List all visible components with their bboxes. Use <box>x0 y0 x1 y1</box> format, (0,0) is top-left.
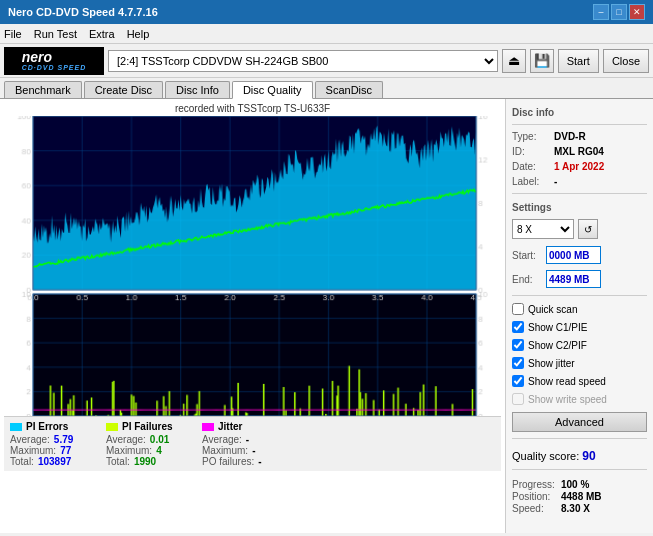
show-read-speed-label: Show read speed <box>528 376 606 387</box>
end-mb-input[interactable] <box>546 270 601 288</box>
jitter-group: Jitter Average: - Maximum: - PO failures… <box>202 421 282 467</box>
progress-section: Progress: 100 % Position: 4488 MB Speed:… <box>512 478 647 515</box>
app-title: Nero CD-DVD Speed 4.7.7.16 <box>8 6 158 18</box>
quality-score-value: 90 <box>582 449 595 463</box>
divider-5 <box>512 469 647 470</box>
show-c2-pif-checkbox[interactable] <box>512 339 524 351</box>
pi-failures-total-row: Total: 1990 <box>106 456 186 467</box>
pi-failures-legend <box>106 423 118 431</box>
jitter-max-row: Maximum: - <box>202 445 282 456</box>
save-button[interactable]: 💾 <box>530 49 554 73</box>
show-read-speed-checkbox[interactable] <box>512 375 524 387</box>
window-controls: – □ ✕ <box>593 4 645 20</box>
disc-id-row: ID: MXL RG04 <box>512 146 647 157</box>
main-content: recorded with TSSTcorp TS-U633F PI Error… <box>0 99 653 533</box>
tab-create-disc[interactable]: Create Disc <box>84 81 163 98</box>
show-write-speed-label: Show write speed <box>528 394 607 405</box>
quality-chart <box>4 116 501 416</box>
tabs-bar: Benchmark Create Disc Disc Info Disc Qua… <box>0 78 653 99</box>
pi-failures-avg-row: Average: 0.01 <box>106 434 186 445</box>
toolbar: nero CD·DVD SPEED [2:4] TSSTcorp CDDVDW … <box>0 44 653 78</box>
jitter-legend <box>202 423 214 431</box>
advanced-button[interactable]: Advanced <box>512 412 647 432</box>
show-jitter-checkbox[interactable] <box>512 357 524 369</box>
disc-info-title: Disc info <box>512 107 647 118</box>
title-bar: Nero CD-DVD Speed 4.7.7.16 – □ ✕ <box>0 0 653 24</box>
menu-help[interactable]: Help <box>127 28 150 40</box>
show-jitter-label: Show jitter <box>528 358 575 369</box>
show-c1-pie-row: Show C1/PIE <box>512 321 647 333</box>
po-failures-row: PO failures: - <box>202 456 282 467</box>
show-c1-pie-checkbox[interactable] <box>512 321 524 333</box>
quick-scan-label: Quick scan <box>528 304 577 315</box>
nero-logo: nero CD·DVD SPEED <box>4 47 104 75</box>
close-window-button[interactable]: ✕ <box>629 4 645 20</box>
pi-errors-total-row: Total: 103897 <box>10 456 90 467</box>
speed-select[interactable]: 8 X <box>512 219 574 239</box>
show-c2-pif-row: Show C2/PIF <box>512 339 647 351</box>
chart-area: recorded with TSSTcorp TS-U633F PI Error… <box>0 99 505 533</box>
eject-button[interactable]: ⏏ <box>502 49 526 73</box>
menu-file[interactable]: File <box>4 28 22 40</box>
show-c2-pif-label: Show C2/PIF <box>528 340 587 351</box>
tab-disc-info[interactable]: Disc Info <box>165 81 230 98</box>
quick-scan-row: Quick scan <box>512 303 647 315</box>
disc-date-row: Date: 1 Apr 2022 <box>512 161 647 172</box>
start-mb-input[interactable] <box>546 246 601 264</box>
quality-score-label: Quality score: <box>512 450 579 462</box>
maximize-button[interactable]: □ <box>611 4 627 20</box>
start-mb-row: Start: <box>512 246 647 264</box>
jitter-header: Jitter <box>202 421 282 432</box>
show-read-speed-row: Show read speed <box>512 375 647 387</box>
quality-score-row: Quality score: 90 <box>512 449 647 463</box>
divider-1 <box>512 124 647 125</box>
stats-bar: PI Errors Average: 5.79 Maximum: 77 Tota… <box>4 416 501 471</box>
tab-benchmark[interactable]: Benchmark <box>4 81 82 98</box>
pi-errors-max-row: Maximum: 77 <box>10 445 90 456</box>
menu-extra[interactable]: Extra <box>89 28 115 40</box>
right-panel: Disc info Type: DVD-R ID: MXL RG04 Date:… <box>505 99 653 533</box>
speed-row: 8 X ↺ <box>512 219 647 239</box>
minimize-button[interactable]: – <box>593 4 609 20</box>
disc-label-row: Label: - <box>512 176 647 187</box>
end-mb-row: End: <box>512 270 647 288</box>
disc-type-row: Type: DVD-R <box>512 131 647 142</box>
show-write-speed-row: Show write speed <box>512 393 647 405</box>
menu-run-test[interactable]: Run Test <box>34 28 77 40</box>
pi-errors-legend <box>10 423 22 431</box>
close-button[interactable]: Close <box>603 49 649 73</box>
show-c1-pie-label: Show C1/PIE <box>528 322 587 333</box>
pi-failures-group: PI Failures Average: 0.01 Maximum: 4 Tot… <box>106 421 186 467</box>
speed-row-display: Speed: 8.30 X <box>512 503 647 514</box>
start-button[interactable]: Start <box>558 49 599 73</box>
progress-row: Progress: 100 % <box>512 479 647 490</box>
refresh-button[interactable]: ↺ <box>578 219 598 239</box>
pi-failures-max-row: Maximum: 4 <box>106 445 186 456</box>
settings-title: Settings <box>512 202 647 213</box>
drive-select[interactable]: [2:4] TSSTcorp CDDVDW SH-224GB SB00 <box>108 50 498 72</box>
tab-scan-disc[interactable]: ScanDisc <box>315 81 383 98</box>
pi-errors-avg-row: Average: 5.79 <box>10 434 90 445</box>
tab-disc-quality[interactable]: Disc Quality <box>232 81 313 99</box>
jitter-avg-row: Average: - <box>202 434 282 445</box>
chart-title: recorded with TSSTcorp TS-U633F <box>4 103 501 114</box>
show-jitter-row: Show jitter <box>512 357 647 369</box>
menu-bar: File Run Test Extra Help <box>0 24 653 44</box>
position-row: Position: 4488 MB <box>512 491 647 502</box>
pi-errors-group: PI Errors Average: 5.79 Maximum: 77 Tota… <box>10 421 90 467</box>
divider-4 <box>512 438 647 439</box>
pi-errors-header: PI Errors <box>10 421 90 432</box>
quick-scan-checkbox[interactable] <box>512 303 524 315</box>
divider-2 <box>512 193 647 194</box>
show-write-speed-checkbox[interactable] <box>512 393 524 405</box>
pi-failures-header: PI Failures <box>106 421 186 432</box>
divider-3 <box>512 295 647 296</box>
